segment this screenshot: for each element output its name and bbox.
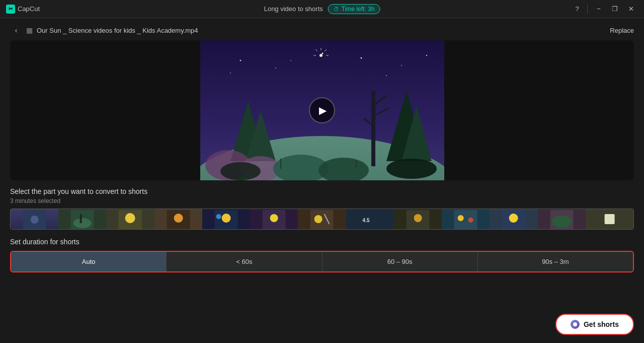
svg-rect-23 [371, 91, 375, 166]
file-header: ‹ ▦ Our Sun _ Science videos for kids _ … [10, 18, 634, 40]
duration-section: Set duration for shorts Auto < 60s 60 – … [10, 238, 634, 272]
svg-point-58 [468, 218, 473, 223]
strip-seg-5 [202, 209, 250, 229]
svg-text:4.5: 4.5 [362, 218, 369, 223]
file-name: Our Sun _ Science videos for kids _ Kids… [37, 27, 198, 34]
svg-point-60 [509, 214, 518, 223]
strip-seg-11 [490, 209, 537, 229]
strip-seg-12 [538, 209, 586, 229]
duration-label: Set duration for shorts [10, 238, 634, 246]
duration-90-3m[interactable]: 90s – 3m [478, 252, 633, 271]
svg-point-10 [360, 57, 362, 59]
app-name: CapCut [18, 5, 40, 13]
strip-seg-7 [298, 209, 346, 229]
minimize-button[interactable]: − [592, 3, 606, 15]
app-logo-icon: ✂ [6, 5, 15, 14]
svg-rect-56 [454, 210, 477, 229]
svg-point-2 [321, 53, 323, 54]
svg-point-62 [551, 216, 572, 228]
select-label: Select the part you want to convert to s… [10, 187, 634, 195]
maximize-button[interactable]: ❐ [608, 3, 622, 15]
svg-point-45 [222, 214, 231, 223]
svg-point-13 [230, 73, 231, 74]
duration-auto[interactable]: Auto [11, 252, 167, 271]
svg-point-46 [216, 214, 221, 219]
app-logo: ✂ CapCut [6, 5, 40, 14]
time-badge: ⏱ Time left: 3h [328, 4, 380, 14]
file-header-left: ‹ ▦ Our Sun _ Science videos for kids _ … [10, 24, 198, 36]
svg-rect-64 [604, 214, 614, 224]
select-section: Select the part you want to convert to s… [10, 187, 634, 230]
replace-button[interactable]: Replace [610, 27, 634, 34]
get-shorts-label: Get shorts [584, 320, 619, 328]
back-button[interactable]: ‹ [10, 24, 22, 36]
svg-point-14 [386, 75, 387, 76]
svg-point-9 [275, 67, 276, 68]
selected-duration-text: 3 minutes selected [10, 197, 634, 204]
play-button[interactable]: ▶ [309, 97, 335, 123]
title-bar: ✂ CapCut Long video to shorts ⏱ Time lef… [0, 0, 644, 18]
title-center: Long video to shorts ⏱ Time left: 3h [264, 4, 380, 14]
video-file-icon: ▦ [26, 26, 33, 34]
title-bar-right: ? − ❐ ✕ [571, 3, 638, 15]
svg-point-15 [290, 60, 291, 61]
duration-60-90[interactable]: 60 – 90s [323, 252, 478, 271]
strip-seg-2 [58, 209, 106, 229]
svg-point-30 [220, 162, 261, 180]
get-shorts-icon-inner [573, 322, 577, 326]
svg-point-57 [458, 215, 464, 221]
svg-point-12 [426, 55, 427, 56]
get-shorts-button[interactable]: Get shorts [555, 314, 634, 335]
strip-seg-13 [586, 209, 633, 229]
title-divider [587, 5, 588, 14]
video-preview: ▶ [10, 40, 634, 180]
strip-seg-8: 4.5 [346, 209, 394, 229]
svg-point-11 [401, 65, 402, 66]
svg-point-43 [174, 214, 183, 223]
help-button[interactable]: ? [571, 3, 583, 15]
strip-seg-10 [442, 209, 490, 229]
title-bar-left: ✂ CapCut [6, 5, 40, 14]
svg-point-48 [270, 214, 278, 222]
window-title: Long video to shorts [264, 5, 323, 13]
strip-seg-6 [250, 209, 298, 229]
play-icon: ▶ [319, 104, 327, 116]
duration-options: Auto < 60s 60 – 90s 90s – 3m [10, 251, 634, 272]
strip-seg-4 [154, 209, 202, 229]
svg-point-29 [386, 159, 437, 179]
svg-point-41 [125, 213, 135, 223]
svg-point-8 [239, 60, 241, 61]
strip-seg-3 [106, 209, 154, 229]
svg-point-1 [319, 54, 323, 57]
get-shorts-icon [571, 320, 580, 329]
svg-rect-39 [80, 214, 82, 223]
duration-lt60[interactable]: < 60s [167, 252, 322, 271]
strip-seg-1 [11, 209, 58, 229]
clock-icon: ⏱ [334, 6, 339, 12]
main-content: ‹ ▦ Our Sun _ Science videos for kids _ … [0, 18, 644, 343]
strip-seg-9 [394, 209, 442, 229]
svg-point-36 [31, 216, 39, 224]
svg-point-38 [73, 218, 92, 228]
svg-rect-52 [358, 210, 381, 229]
close-button[interactable]: ✕ [624, 3, 638, 15]
svg-point-50 [314, 215, 323, 223]
time-badge-text: Time left: 3h [342, 6, 375, 13]
footer: Get shorts [10, 308, 634, 335]
svg-point-55 [414, 214, 422, 222]
timeline-strip[interactable]: 4.5 [10, 209, 634, 230]
